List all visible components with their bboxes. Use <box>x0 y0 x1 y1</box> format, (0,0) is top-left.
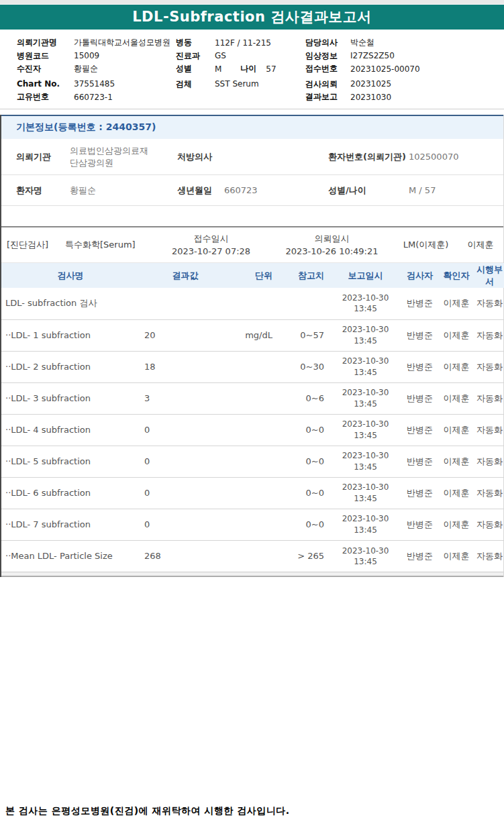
label-birth-date: 생년월일 <box>177 185 224 197</box>
basic-info-row-2: 환자명 황필순 생년월일 660723 성별/나이 M / 57 <box>1 175 503 206</box>
cell-reference: > 265 <box>276 540 330 572</box>
value-birth-date: 660723 <box>224 185 328 197</box>
field-label: 검체 <box>176 79 215 90</box>
cell-reference: 0~6 <box>276 382 330 414</box>
value-patient-name: 황필순 <box>70 185 177 197</box>
cell-examiner: 반병준 <box>401 509 439 540</box>
cell-unit <box>235 446 276 477</box>
order-requested-datetime: 의뢰일시 2023-10-26 10:49:21 <box>270 232 394 258</box>
cell-confirmer: 이제훈 <box>439 414 474 446</box>
cell-confirmer: 이제훈 <box>439 446 474 477</box>
cell-examiner: 반병준 <box>401 477 439 509</box>
cell-confirmer: 이제훈 <box>439 382 474 414</box>
cell-confirmer: 이제훈 <box>439 477 474 509</box>
cell-reference: 0~0 <box>276 477 330 509</box>
window-top-strip <box>0 0 504 5</box>
cell-unit <box>235 509 276 540</box>
results-rows: LDL- subfraction 검사 2023-10-30 13:45 반병준… <box>1 288 504 572</box>
order-test-group: 특수화학[Serum] <box>65 239 152 251</box>
cell-result: 0 <box>136 414 235 446</box>
results-table: 검사명 결과값 단위 참고치 보고일시 검사자 확인자 시행부서 LDL- su… <box>1 263 504 572</box>
field-value: 황필순 <box>74 63 98 74</box>
field-label: 임상정보 <box>305 50 350 62</box>
report-title-bar: LDL-Subfraction 검사결과보고서 <box>0 5 504 30</box>
field-result-report-date: 결과보고 20231030 <box>305 91 420 104</box>
order-person: 이제훈 <box>458 239 503 251</box>
cell-test-name: ··LDL- 3 subfraction <box>1 382 136 414</box>
spacer <box>1 206 503 226</box>
cell-result: 0 <box>136 477 235 509</box>
field-hospital-code: 병원코드 15009 <box>17 50 170 63</box>
cell-examiner: 반병준 <box>401 414 439 446</box>
cell-reported: 2023-10-30 13:45 <box>330 319 401 351</box>
patient-header-col2: 병동 112F / 11-215 진료과 GS 성별 M 나이 57 검체 SS… <box>176 36 276 91</box>
cell-reference <box>276 288 330 319</box>
field-label: 담당의사 <box>305 37 350 48</box>
order-lab-department: LM(이제훈) <box>394 239 458 251</box>
result-row: ··LDL- 4 subfraction 0 0~0 2023-10-30 13… <box>1 414 504 446</box>
field-label: 의뢰기관명 <box>17 37 74 48</box>
label-requesting-org: 의뢰기관 <box>16 151 70 163</box>
label-patient-no: 환자번호(의뢰기관) <box>328 151 409 163</box>
label-prescribing-doctor: 처방의사 <box>177 151 224 163</box>
field-value: I27ZS2Z50 <box>350 51 395 60</box>
col-header-reference: 참고치 <box>276 263 330 288</box>
field-clinical-info: 임상정보 I27ZS2Z50 <box>305 50 420 63</box>
field-label: Chart No. <box>17 79 74 89</box>
field-receipt-no: 접수번호 20231025-00070 <box>305 62 420 76</box>
field-label: 병원코드 <box>17 50 74 62</box>
cell-department: 자동화 <box>474 414 504 446</box>
field-test-request-date: 검사의뢰 20231025 <box>305 78 420 91</box>
field-label: 병동 <box>176 37 215 48</box>
field-label: 수진자 <box>17 63 74 74</box>
report-body-frame: 기본정보(등록번호 : 2440357) 의뢰기관 의료법인삼광의료재 단삼광의… <box>0 115 504 577</box>
field-unique-no: 고유번호 660723-1 <box>17 91 170 104</box>
cell-result <box>136 288 235 319</box>
field-department: 진료과 GS <box>176 50 276 63</box>
cell-result: 3 <box>136 382 235 414</box>
result-row: ··LDL- 1 subfraction 20 mg/dL 0~57 2023-… <box>1 319 504 351</box>
patient-header-col1: 의뢰기관명 가톨릭대학교서울성모병원 병원코드 15009 수진자 황필순 Ch… <box>17 36 170 104</box>
cell-unit <box>235 382 276 414</box>
cell-confirmer: 이제훈 <box>439 540 474 572</box>
outsourcing-note: 본 검사는 은평성모병원(진검)에 재위탁하여 시행한 검사입니다. <box>5 805 290 817</box>
col-header-test-name: 검사명 <box>1 263 136 288</box>
cell-test-name: LDL- subfraction 검사 <box>1 288 136 319</box>
field-value: 20231030 <box>350 93 391 102</box>
cell-reported: 2023-10-30 13:45 <box>330 382 401 414</box>
cell-test-name: ··LDL- 4 subfraction <box>1 414 136 446</box>
col-header-confirmer: 확인자 <box>439 263 474 288</box>
cell-test-name: ··LDL- 1 subfraction <box>1 319 136 351</box>
result-row: LDL- subfraction 검사 2023-10-30 13:45 반병준… <box>1 288 504 319</box>
cell-reported: 2023-10-30 13:45 <box>330 414 401 446</box>
cell-reported: 2023-10-30 13:45 <box>330 288 401 319</box>
cell-test-name: ··LDL- 6 subfraction <box>1 477 136 509</box>
field-label: 고유번호 <box>17 91 74 103</box>
label-sex-age: 성별/나이 <box>328 185 409 197</box>
field-requesting-org: 의뢰기관명 가톨릭대학교서울성모병원 <box>17 36 170 50</box>
table-footer-strip <box>1 572 503 577</box>
cell-unit <box>235 414 276 446</box>
patient-header-col3: 담당의사 박순철 임상정보 I27ZS2Z50 접수번호 20231025-00… <box>305 36 420 104</box>
cell-reported: 2023-10-30 13:45 <box>330 351 401 382</box>
cell-unit: mg/dL <box>235 319 276 351</box>
cell-department: 자동화 <box>474 509 504 540</box>
cell-reference: 0~0 <box>276 446 330 477</box>
col-header-unit: 단위 <box>235 263 276 288</box>
cell-confirmer: 이제훈 <box>439 351 474 382</box>
cell-reported: 2023-10-30 13:45 <box>330 540 401 572</box>
cell-reference: 0~30 <box>276 351 330 382</box>
cell-unit <box>235 351 276 382</box>
cell-result: 0 <box>136 446 235 477</box>
cell-examiner: 반병준 <box>401 351 439 382</box>
value-patient-no: 102500070 <box>409 151 503 163</box>
cell-unit <box>235 477 276 509</box>
cell-reported: 2023-10-30 13:45 <box>330 446 401 477</box>
cell-examiner: 반병준 <box>401 382 439 414</box>
cell-department: 자동화 <box>474 477 504 509</box>
field-value: 15009 <box>74 51 99 60</box>
cell-test-name: ··LDL- 5 subfraction <box>1 446 136 477</box>
field-value: SST Serum <box>215 79 259 89</box>
result-row: ··LDL- 3 subfraction 3 0~6 2023-10-30 13… <box>1 382 504 414</box>
cell-department: 자동화 <box>474 540 504 572</box>
